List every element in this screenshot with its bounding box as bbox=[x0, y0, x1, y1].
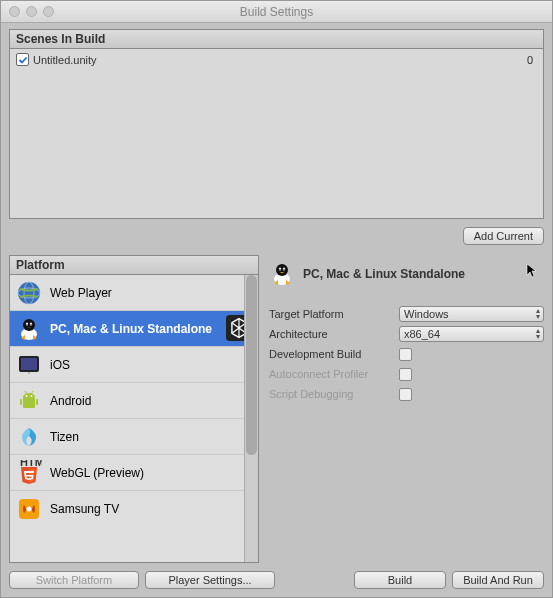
target-platform-select[interactable]: Windows ▴▾ bbox=[399, 306, 544, 322]
target-platform-label: Target Platform bbox=[269, 308, 399, 320]
chevron-updown-icon: ▴▾ bbox=[536, 308, 540, 320]
svg-rect-11 bbox=[21, 358, 37, 370]
svg-text:HTML: HTML bbox=[20, 460, 42, 468]
scenes-list[interactable]: Untitled.unity 0 bbox=[9, 49, 544, 219]
svg-point-0 bbox=[18, 282, 40, 304]
samsung-icon bbox=[16, 496, 42, 522]
dev-build-label: Development Build bbox=[269, 348, 399, 360]
svg-point-26 bbox=[279, 269, 280, 270]
scene-row[interactable]: Untitled.unity 0 bbox=[16, 53, 537, 66]
scenes-header: Scenes In Build bbox=[9, 29, 544, 49]
detail-title: PC, Mac & Linux Standalone bbox=[303, 267, 465, 281]
cursor-icon bbox=[526, 263, 538, 281]
platform-item-ios[interactable]: iOS bbox=[10, 347, 258, 383]
autoconnect-label: Autoconnect Profiler bbox=[269, 368, 399, 380]
scene-index: 0 bbox=[527, 54, 533, 66]
svg-point-8 bbox=[30, 323, 31, 324]
script-debug-checkbox bbox=[399, 388, 412, 401]
globe-icon bbox=[16, 280, 42, 306]
svg-point-27 bbox=[283, 269, 284, 270]
platform-item-samsung-tv[interactable]: Samsung TV bbox=[10, 491, 258, 527]
select-value: x86_64 bbox=[404, 328, 440, 340]
dev-build-checkbox[interactable] bbox=[399, 348, 412, 361]
svg-point-21 bbox=[27, 507, 32, 512]
bottom-bar: Switch Platform Player Settings... Build… bbox=[1, 567, 552, 597]
switch-platform-button[interactable]: Switch Platform bbox=[9, 571, 139, 589]
script-debug-label: Script Debugging bbox=[269, 388, 399, 400]
build-and-run-button[interactable]: Build And Run bbox=[452, 571, 544, 589]
build-button[interactable]: Build bbox=[354, 571, 446, 589]
html5-icon: HTML bbox=[16, 460, 42, 486]
platform-section: Platform Web Player PC, Mac & Linux Stan… bbox=[9, 255, 259, 563]
architecture-select[interactable]: x86_64 ▴▾ bbox=[399, 326, 544, 342]
tux-icon bbox=[16, 316, 42, 342]
platform-item-web-player[interactable]: Web Player bbox=[10, 275, 258, 311]
svg-line-16 bbox=[32, 391, 34, 394]
scrollbar-thumb[interactable] bbox=[246, 275, 257, 455]
scrollbar[interactable] bbox=[244, 275, 258, 562]
architecture-label: Architecture bbox=[269, 328, 399, 340]
svg-rect-17 bbox=[20, 399, 22, 405]
close-icon[interactable] bbox=[9, 6, 20, 17]
platform-item-tizen[interactable]: Tizen bbox=[10, 419, 258, 455]
platform-list[interactable]: Web Player PC, Mac & Linux Standalone iO… bbox=[9, 275, 259, 563]
platform-label: WebGL (Preview) bbox=[50, 466, 252, 480]
platform-label: Samsung TV bbox=[50, 502, 252, 516]
svg-point-14 bbox=[31, 395, 33, 397]
chevron-updown-icon: ▴▾ bbox=[536, 328, 540, 340]
svg-point-23 bbox=[276, 264, 288, 276]
ipad-icon bbox=[16, 352, 42, 378]
platform-label: iOS bbox=[50, 358, 252, 372]
android-icon bbox=[16, 388, 42, 414]
add-current-button[interactable]: Add Current bbox=[463, 227, 544, 245]
autoconnect-checkbox bbox=[399, 368, 412, 381]
platform-label: Android bbox=[50, 394, 252, 408]
svg-point-4 bbox=[23, 319, 35, 331]
select-value: Windows bbox=[404, 308, 449, 320]
svg-line-15 bbox=[25, 391, 27, 394]
svg-rect-18 bbox=[36, 399, 38, 405]
zoom-icon[interactable] bbox=[43, 6, 54, 17]
platform-label: PC, Mac & Linux Standalone bbox=[50, 322, 226, 336]
platform-header: Platform bbox=[9, 255, 259, 275]
tux-icon bbox=[269, 261, 295, 287]
svg-point-13 bbox=[26, 395, 28, 397]
platform-item-standalone[interactable]: PC, Mac & Linux Standalone bbox=[10, 311, 258, 347]
svg-point-12 bbox=[28, 372, 30, 374]
player-settings-button[interactable]: Player Settings... bbox=[145, 571, 275, 589]
titlebar: Build Settings bbox=[1, 1, 552, 23]
platform-item-webgl[interactable]: HTML WebGL (Preview) bbox=[10, 455, 258, 491]
platform-item-android[interactable]: Android bbox=[10, 383, 258, 419]
platform-label: Tizen bbox=[50, 430, 252, 444]
scene-name: Untitled.unity bbox=[33, 54, 527, 66]
platform-label: Web Player bbox=[50, 286, 252, 300]
scenes-section: Scenes In Build Untitled.unity 0 bbox=[9, 29, 544, 219]
tizen-icon bbox=[16, 424, 42, 450]
detail-panel: PC, Mac & Linux Standalone Target Platfo… bbox=[269, 255, 544, 563]
window-title: Build Settings bbox=[1, 5, 552, 19]
minimize-icon[interactable] bbox=[26, 6, 37, 17]
window-controls bbox=[9, 6, 54, 17]
scene-checkbox[interactable] bbox=[16, 53, 29, 66]
svg-point-7 bbox=[26, 323, 27, 324]
